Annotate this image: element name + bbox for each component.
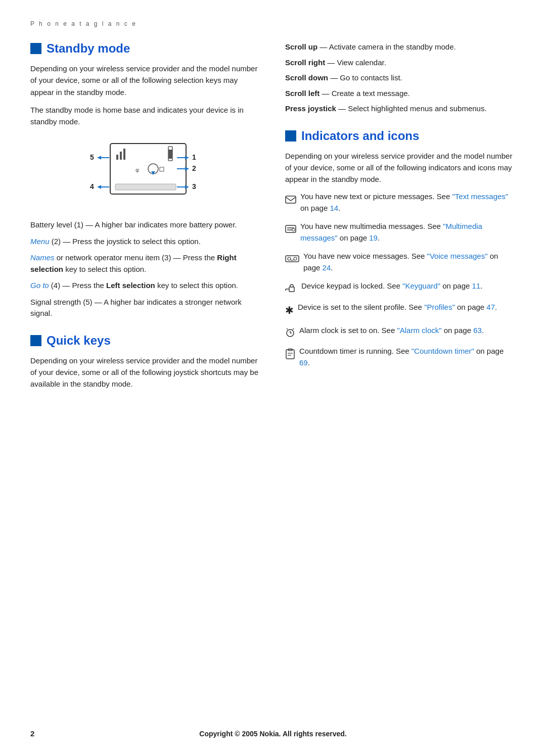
svg-rect-43 <box>286 350 294 359</box>
svg-rect-3 <box>116 155 118 160</box>
svg-rect-30 <box>292 228 295 231</box>
desc-names-italic: Names <box>30 253 55 262</box>
desc-goto-italic: Go to <box>30 281 49 290</box>
indicators-title-text: Indicators and icons <box>301 129 419 143</box>
indicator-silent-profile: ✱ Device is set to the silent profile. S… <box>285 302 516 318</box>
text-messages-text: You have new text or picture messages. S… <box>300 191 516 214</box>
footer-copyright: Copyright © 2005 Nokia. All rights reser… <box>199 730 346 738</box>
svg-marker-22 <box>98 156 101 160</box>
alarm-clock-icon <box>285 326 295 339</box>
blue-box-indicators <box>285 130 296 141</box>
desc-menu-italic: Menu <box>30 237 50 246</box>
keyguard-text: Device keypad is locked. See "Keyguard" … <box>301 280 482 292</box>
voice-messages-page[interactable]: 24 <box>323 263 331 272</box>
text-message-icon <box>285 192 296 206</box>
desc-signal: Signal strength (5) — A higher bar indic… <box>30 297 261 319</box>
alarm-clock-page[interactable]: 63 <box>473 326 482 335</box>
svg-rect-5 <box>123 149 125 160</box>
indicator-countdown-timer: Countdown timer is running. See "Countdo… <box>285 346 516 368</box>
phone-diagram: 1 2 3 4 <box>75 139 216 210</box>
svg-text:φ: φ <box>135 167 139 173</box>
countdown-timer-page[interactable]: 69 <box>299 358 308 367</box>
multimedia-messages-page[interactable]: 19 <box>369 233 378 242</box>
alarm-clock-link[interactable]: "Alarm clock" <box>397 326 441 335</box>
scroll-right-label: Scroll right <box>285 58 325 67</box>
scroll-left-label: Scroll left <box>285 89 320 98</box>
multimedia-messages-text: You have new multimedia messages. See "M… <box>300 221 516 244</box>
phone-diagram-container: 1 2 3 4 <box>30 139 261 210</box>
svg-marker-19 <box>98 185 101 189</box>
svg-text:5: 5 <box>90 153 94 161</box>
svg-point-33 <box>294 257 297 260</box>
press-joystick-label: Press joystick <box>285 104 336 113</box>
keyguard-icon <box>285 281 297 295</box>
svg-rect-35 <box>289 287 294 292</box>
scroll-up-label: Scroll up <box>285 42 317 51</box>
multimedia-message-icon <box>285 222 296 235</box>
voice-messages-link[interactable]: "Voice messages" <box>427 252 488 260</box>
svg-text:4: 4 <box>90 182 94 191</box>
right-column: Scroll up — Activate camera in the stand… <box>285 41 516 375</box>
scroll-down-item: Scroll down — Go to contacts list. <box>285 72 516 84</box>
desc-menu: Menu (2) — Press the joystick to select … <box>30 236 261 248</box>
quick-keys-section-title: Quick keys <box>30 334 261 348</box>
svg-rect-27 <box>286 225 296 232</box>
desc-goto-bold: Left selection <box>106 281 155 290</box>
press-joystick-item: Press joystick — Select highlighted menu… <box>285 103 516 115</box>
countdown-timer-text: Countdown timer is running. See "Countdo… <box>299 346 516 368</box>
indicators-section-title: Indicators and icons <box>285 129 516 143</box>
left-column: Standby mode Depending on your wireless … <box>30 41 261 396</box>
svg-rect-26 <box>286 196 296 203</box>
diagram-svg: 1 2 3 4 <box>75 139 216 210</box>
countdown-timer-link[interactable]: "Countdown timer" <box>412 347 474 355</box>
scroll-left-item: Scroll left — Create a text message. <box>285 88 516 100</box>
svg-marker-10 <box>185 156 189 160</box>
scroll-right-item: Scroll right — View calendar. <box>285 57 516 69</box>
silent-profile-icon: ✱ <box>285 303 294 318</box>
quick-keys-para: Depending on your wireless service provi… <box>30 355 261 390</box>
keyguard-link[interactable]: "Keyguard" <box>402 281 440 290</box>
profiles-page[interactable]: 47 <box>486 303 495 311</box>
keyguard-page[interactable]: 11 <box>472 281 481 290</box>
svg-rect-4 <box>120 152 122 160</box>
indicator-voice-messages: You have new voice messages. See "Voice … <box>285 251 516 273</box>
desc-goto: Go to (4) — Press the Left selection key… <box>30 280 261 292</box>
text-messages-page[interactable]: 14 <box>330 204 338 212</box>
scroll-down-label: Scroll down <box>285 73 328 82</box>
desc-battery: Battery level (1) — A higher bar indicat… <box>30 219 261 231</box>
desc-names: Names or network operator menu item (3) … <box>30 252 261 275</box>
svg-marker-13 <box>185 167 189 171</box>
text-messages-link[interactable]: "Text messages" <box>452 192 508 201</box>
standby-para1: Depending on your wireless service provi… <box>30 63 261 98</box>
blue-box-standby <box>30 43 41 54</box>
indicator-multimedia-messages: You have new multimedia messages. See "M… <box>285 221 516 244</box>
svg-text:3: 3 <box>192 182 196 191</box>
voice-messages-text: You have new voice messages. See "Voice … <box>303 251 516 273</box>
svg-text:1: 1 <box>192 153 196 161</box>
svg-rect-8 <box>115 184 176 190</box>
page: P h o n e a t a g l a n c e Standby mode… <box>0 0 546 756</box>
profiles-link[interactable]: "Profiles" <box>424 303 455 311</box>
svg-marker-16 <box>185 185 189 189</box>
quick-keys-title-text: Quick keys <box>47 334 111 348</box>
blue-box-quickkeys <box>30 335 41 346</box>
standby-para2: The standby mode is home base and indica… <box>30 104 261 128</box>
multimedia-messages-link[interactable]: "Multimedia messages" <box>300 222 482 242</box>
svg-line-41 <box>287 328 288 329</box>
page-footer: Copyright © 2005 Nokia. All rights reser… <box>0 730 546 738</box>
alarm-clock-text: Alarm clock is set to on. See "Alarm clo… <box>299 325 484 337</box>
desc-names-bold: Right selection <box>30 253 237 273</box>
svg-point-32 <box>288 257 291 260</box>
silent-profile-text: Device is set to the silent profile. See… <box>298 302 497 313</box>
indicator-keyguard: Device keypad is locked. See "Keyguard" … <box>285 280 516 295</box>
indicator-text-messages: You have new text or picture messages. S… <box>285 191 516 214</box>
page-header: P h o n e a t a g l a n c e <box>30 20 516 27</box>
two-column-layout: Standby mode Depending on your wireless … <box>30 41 516 396</box>
scroll-up-item: Scroll up — Activate camera in the stand… <box>285 41 516 53</box>
indicator-alarm-clock: Alarm clock is set to on. See "Alarm clo… <box>285 325 516 339</box>
svg-text:2: 2 <box>192 164 196 172</box>
indicators-para: Depending on your wireless service provi… <box>285 150 516 185</box>
countdown-timer-icon <box>285 347 295 360</box>
svg-rect-2 <box>168 150 172 159</box>
svg-line-42 <box>293 328 294 329</box>
